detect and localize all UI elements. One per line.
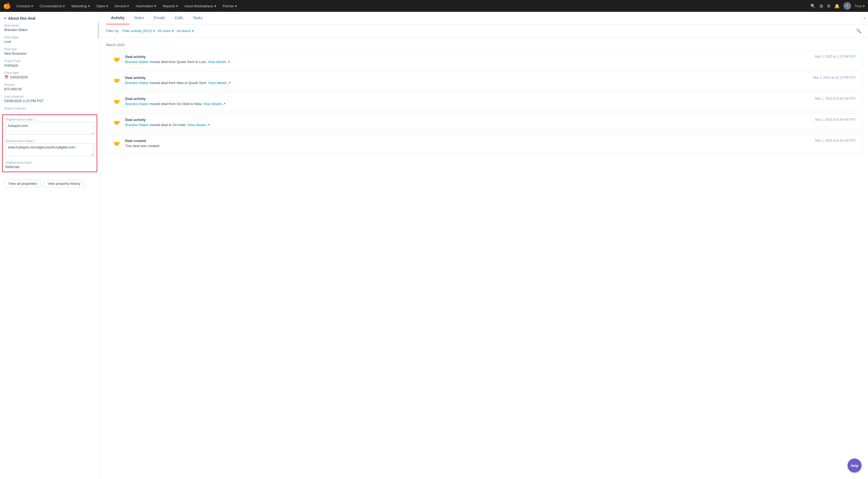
filter-bar: Filter by: Filter activity (9/13) ▾ All … — [100, 25, 868, 37]
activity-desc-4: Brandon Baker moved deal to On Hold. Vie… — [125, 123, 811, 127]
property-original-source-2: Original source data 2 — [5, 139, 94, 157]
user-menu[interactable]: Truu ▾ — [855, 4, 865, 8]
nav-reports[interactable]: Reports ▾ — [160, 3, 181, 9]
property-last-contacted: Last contacted 03/06/2020 2:23 PM PST — [0, 95, 99, 107]
deal-created-icon: 🤝 — [113, 140, 120, 147]
main-layout: ▾ About this deal Deal owner Brandon Bak… — [0, 12, 868, 479]
original-source-data-2-input[interactable] — [5, 143, 94, 156]
view-details-link-3[interactable]: View details — [203, 102, 222, 106]
original-source-data-1-input[interactable] — [5, 122, 94, 135]
activity-title-1: Deal activity — [125, 55, 811, 59]
settings-icon[interactable]: ⚙ — [827, 3, 831, 9]
activity-feed: March 2020 🤝 Deal activity Brandon Baker… — [100, 37, 868, 479]
activity-item-4: 🤝 Deal activity Brandon Baker moved deal… — [106, 113, 862, 132]
nav-right-section: 🔍 ⊞ ⚙ 🔔 T Truu ▾ — [810, 2, 865, 10]
notifications-icon[interactable]: 🔔 — [834, 3, 840, 9]
activity-actor-link-4[interactable]: Brandon Baker — [125, 123, 149, 127]
sidebar-section-header: ▾ About this deal — [0, 16, 99, 24]
highlighted-source-section: Original source data 1 Original source d… — [2, 115, 97, 172]
nav-contacts[interactable]: Contacts ▾ — [14, 3, 36, 9]
activity-title-2: Deal activity — [125, 76, 809, 80]
view-all-properties-button[interactable]: View all properties — [4, 180, 41, 187]
view-details-link-2[interactable]: View details — [208, 81, 227, 85]
activity-item-2: 🤝 Deal activity Brandon Baker moved deal… — [106, 71, 862, 90]
activity-time-1: Mar 3, 2020 at 1:23 PM PST — [815, 55, 856, 58]
property-original-source-1: Original source data 1 — [5, 118, 94, 136]
activity-time-4: Mar 1, 2020 at 9:39 AM PST — [815, 118, 856, 121]
nav-automation[interactable]: Automation ▾ — [133, 3, 159, 9]
tab-emails[interactable]: Emails — [149, 12, 170, 25]
filter-users-button[interactable]: All users ▾ — [158, 29, 174, 33]
property-deal-owner: Deal owner Brandon Baker — [0, 24, 99, 35]
activity-item-3: 🤝 Deal activity Brandon Baker moved deal… — [106, 92, 862, 111]
property-deal-type: Deal type New Business — [0, 48, 99, 59]
activity-time-5: Mar 1, 2020 at 8:43 AM PST — [815, 139, 856, 143]
nav-asset-marketplace[interactable]: Asset Marketplace ▾ — [182, 3, 219, 9]
activity-title-4: Deal activity — [125, 118, 811, 122]
view-property-history-button[interactable]: View property history — [43, 180, 84, 187]
activity-time-3: Mar 1, 2020 at 9:42 AM PST — [815, 97, 856, 100]
chevron-down-icon[interactable]: ▾ — [4, 17, 6, 20]
activity-desc-5: This deal was created — [125, 144, 811, 148]
help-button[interactable]: Help — [847, 458, 862, 473]
nav-marketing[interactable]: Marketing ▾ — [69, 3, 92, 9]
nav-conversations[interactable]: Conversations ▾ — [37, 3, 68, 9]
filter-search-icon[interactable]: 🔍 — [856, 28, 862, 33]
view-details-link-4[interactable]: View details — [187, 123, 206, 127]
calendar-icon: 📅 — [4, 75, 9, 79]
filter-activity-button[interactable]: Filter activity (9/13) ▾ — [122, 29, 155, 33]
filter-by-label: Filter by: — [106, 29, 120, 33]
property-close-date: Close date 📅 03/03/2020 — [0, 71, 99, 83]
activity-item-5: 🤝 Deal created This deal was created Mar… — [106, 134, 862, 153]
scroll-indicator — [98, 12, 99, 479]
activity-desc-3: Brandon Baker moved deal from On Hold to… — [125, 102, 811, 106]
top-navigation: 🍊 Contacts ▾ Conversations ▾ Marketing ▾… — [0, 0, 868, 12]
filter-teams-button[interactable]: All teams ▾ — [177, 29, 194, 33]
activity-actor-link-3[interactable]: Brandon Baker — [125, 102, 149, 106]
property-amount: Amount $75,600.00 — [0, 83, 99, 95]
sidebar-action-buttons: View all properties View property histor… — [0, 176, 99, 191]
property-brand-customer: Brand Customer — [0, 107, 99, 115]
apps-icon[interactable]: ⊞ — [819, 3, 823, 9]
activity-time-2: Mar 2, 2020 at 12:12 PM PST — [813, 76, 856, 80]
hubspot-logo[interactable]: 🍊 — [3, 2, 10, 9]
activity-item-1: 🤝 Deal activity Brandon Baker moved deal… — [106, 50, 862, 69]
month-label: March 2020 — [106, 43, 862, 47]
search-icon[interactable]: 🔍 — [810, 3, 816, 9]
activity-actor-link-1[interactable]: Brandon Baker — [125, 60, 149, 64]
tab-activity[interactable]: Activity — [106, 12, 129, 25]
right-content-panel: Activity Notes Emails Calls Tasks Filter… — [100, 12, 868, 479]
property-original-source-type: Original source type Referrals — [5, 161, 94, 169]
left-sidebar: ▾ About this deal Deal owner Brandon Bak… — [0, 12, 100, 479]
nav-service[interactable]: Service ▾ — [112, 3, 132, 9]
nav-sales[interactable]: Sales ▾ — [94, 3, 111, 9]
activity-title-5: Deal created — [125, 139, 811, 143]
tab-tasks[interactable]: Tasks — [188, 12, 207, 25]
avatar[interactable]: T — [843, 2, 851, 10]
activity-desc-1: Brandon Baker moved deal from Quote Sent… — [125, 60, 811, 64]
tab-notes[interactable]: Notes — [129, 12, 149, 25]
property-deal-stage: Deal stage Lost — [0, 35, 99, 48]
deal-activity-icon-1: 🤝 — [113, 56, 120, 63]
activity-desc-2: Brandon Baker moved deal from New to Quo… — [125, 81, 809, 85]
nav-partner[interactable]: Partner ▾ — [220, 3, 240, 9]
activity-actor-link-2[interactable]: Brandon Baker — [125, 81, 149, 85]
property-project-type: Project Type HubSpot — [0, 59, 99, 71]
deal-activity-icon-3: 🤝 — [113, 98, 120, 105]
activity-title-3: Deal activity — [125, 97, 811, 101]
deal-activity-icon-2: 🤝 — [113, 77, 120, 84]
tab-calls[interactable]: Calls — [170, 12, 188, 25]
collapse-panel-button[interactable]: « — [861, 12, 868, 25]
view-details-link-1[interactable]: View details — [208, 60, 226, 64]
deal-activity-icon-4: 🤝 — [113, 119, 120, 126]
tabs-bar: Activity Notes Emails Calls Tasks — [100, 12, 868, 25]
